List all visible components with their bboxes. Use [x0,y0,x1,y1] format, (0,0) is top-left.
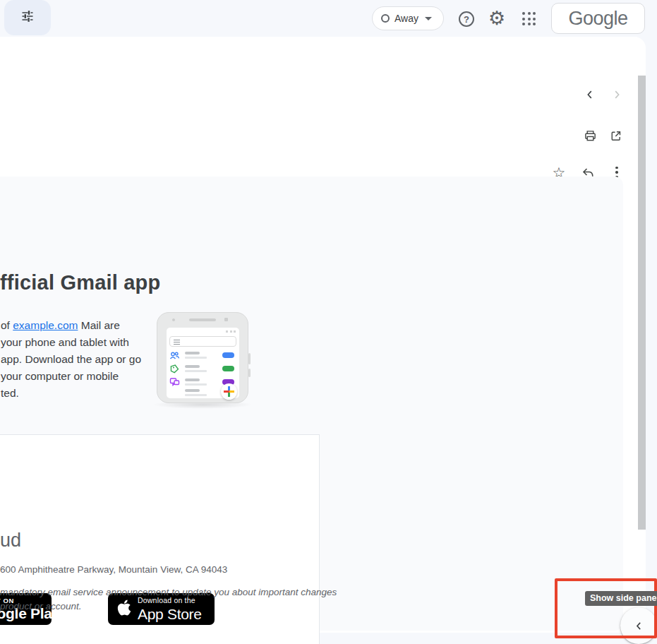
chevron-left-icon [634,621,644,631]
scrollbar-thumb[interactable] [638,76,646,530]
promo-paragraph: of example.com Mail are your phone and t… [1,317,141,402]
chevron-left-icon [584,89,596,100]
example-link[interactable]: example.com [13,319,78,331]
status-selector[interactable]: Away [372,6,444,30]
settings-button[interactable]: ⚙ [488,9,505,28]
gear-icon: ⚙ [488,9,505,28]
print-button[interactable] [580,126,600,145]
hamburger-icon [174,340,180,346]
away-status-icon [381,14,390,23]
show-side-panel-button[interactable] [620,607,657,644]
contacts-icon [169,350,180,361]
para-line: app. Download the app or go [1,351,141,368]
email-body: fficial Gmail app of example.com Mail ar… [0,177,623,631]
label-icon [169,364,180,374]
help-icon: ? [459,11,474,27]
sender-brand: ud [0,530,21,551]
para-line: your computer or mobile [1,368,141,385]
newer-email-button[interactable] [580,85,600,105]
footer-disclaimer-line1: mandatory email service announcement to … [0,587,337,597]
open-in-new-window-button[interactable] [605,126,625,145]
apple-icon [117,599,131,619]
footer-disclaimer-line2: product or account. [0,601,82,612]
gmail-window: Away ? ⚙ Google [0,0,657,644]
print-icon [584,129,597,143]
google-apps-button[interactable] [522,12,536,25]
chevron-right-icon [611,89,622,100]
apps-grid-icon [522,12,536,25]
chevron-down-icon [425,17,432,20]
phone-screen [167,328,239,398]
para-line: your phone and tablet with [1,334,141,351]
older-email-button[interactable] [607,85,627,105]
google-account-logo[interactable]: Google [551,3,645,34]
para-line: of example.com Mail are [1,317,141,334]
help-button[interactable]: ? [459,11,474,27]
para-line: ted. [1,385,141,402]
mini-search-bar [169,336,236,347]
phone-illustration [157,312,248,403]
sender-address: 600 Amphitheatre Parkway, Mountain View,… [0,564,227,575]
show-side-panel-tooltip: Show side panel [585,591,657,606]
google-logo: Google [568,8,627,30]
tune-icon [20,8,35,27]
status-label: Away [394,13,418,24]
search-options-button[interactable] [4,0,51,35]
promo-heading: fficial Gmail app [0,271,160,294]
app-store-badge[interactable]: Download on the App Store [108,593,215,625]
open-in-new-icon [609,129,622,143]
